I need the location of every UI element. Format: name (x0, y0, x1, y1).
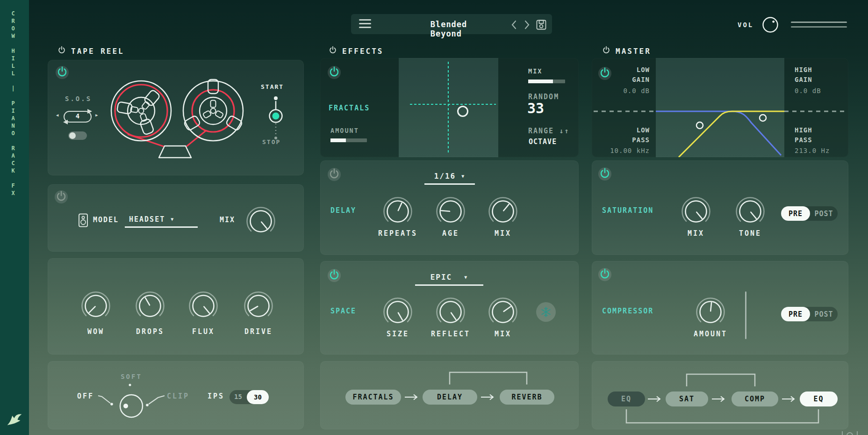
chain-item-fractals[interactable]: FRACTALS (345, 390, 401, 405)
compressor-pre-option[interactable]: PRE (781, 307, 810, 321)
range-arrows-icon: ↓↑ (559, 127, 569, 135)
delay-mix-label: MIX (495, 229, 511, 238)
drive-knob[interactable] (243, 290, 274, 321)
fractals-mix-label: MIX (528, 67, 542, 75)
master-chain-bottom-bracket (621, 409, 825, 424)
tape-reels-graphic (48, 60, 304, 175)
left-reel (111, 81, 171, 141)
model-label: MODEL (93, 216, 119, 224)
fractals-title: FRACTALS (329, 104, 370, 112)
fractals-range-value[interactable]: OCTAVE (529, 138, 557, 146)
preset-name[interactable]: Blended Beyond (430, 20, 467, 38)
space-mix-knob[interactable] (488, 297, 518, 327)
chain-item-delay[interactable]: DELAY (423, 390, 477, 405)
xy-pad-puck (458, 107, 468, 116)
start-label[interactable]: START (261, 83, 284, 90)
fractals-amount-slider[interactable] (330, 138, 367, 142)
fractals-random-value[interactable]: 33 (527, 100, 544, 116)
prev-preset-button[interactable] (510, 20, 518, 30)
save-icon[interactable] (536, 19, 547, 30)
space-reflect-label: REFLECT (431, 330, 470, 338)
brand-vertical-text: CROW HILL | PIANO RACK FX (10, 10, 16, 197)
effects-section-power-button[interactable] (328, 45, 338, 58)
transport-slider (270, 96, 282, 139)
model-power-button[interactable] (54, 190, 68, 206)
chain-arrow-icon (404, 393, 421, 401)
saturation-post-option[interactable]: POST (810, 210, 838, 218)
drive-label: DRIVE (244, 327, 273, 336)
saturation-tone-knob[interactable] (735, 196, 766, 227)
model-dropdown[interactable]: HEADSET▼ (129, 215, 174, 224)
compressor-power-button[interactable] (598, 268, 612, 283)
delay-age-label: AGE (442, 229, 459, 238)
space-reflect-knob[interactable] (435, 297, 466, 327)
drops-knob[interactable] (135, 290, 165, 321)
chain-item-comp[interactable]: COMP (732, 392, 778, 406)
corner-logo-mark (840, 430, 861, 435)
plugin-window: CROW HILL | PIANO RACK FX Blended Beyond… (0, 0, 868, 435)
master-section-power-button[interactable] (601, 45, 611, 58)
eq-highpass-handle (760, 115, 766, 121)
snowflake-icon (540, 306, 552, 318)
stop-label[interactable]: STOP (262, 138, 280, 145)
eq-curves-graphic[interactable] (656, 58, 784, 157)
model-dropdown-underline (125, 226, 198, 228)
model-mix-knob[interactable] (245, 206, 276, 237)
flux-knob[interactable] (188, 290, 219, 321)
fx-chain-bracket (444, 371, 533, 385)
delay-power-button[interactable] (327, 167, 341, 183)
freeze-button[interactable] (536, 302, 556, 322)
delay-dropdown-underline (424, 183, 475, 185)
chain-arrow-icon (781, 395, 798, 403)
fractals-range-label: RANGE ↓↑ (528, 127, 569, 135)
master-chain-top-bracket (681, 373, 761, 387)
chain-item-sat[interactable]: SAT (666, 392, 708, 406)
chain-item-reverb[interactable]: REVERB (500, 390, 554, 405)
volume-knob[interactable] (762, 16, 779, 33)
space-dropdown-underline (415, 284, 483, 286)
chain-item-eq-last[interactable]: EQ (800, 392, 838, 406)
dropdown-caret-icon: ▼ (464, 275, 468, 280)
master-section-title: MASTER (616, 47, 651, 56)
compressor-amount-label: AMOUNT (694, 330, 727, 338)
space-preset-dropdown[interactable]: EPIC▼ (430, 273, 468, 282)
speaker-icon (78, 213, 88, 227)
fractals-power-button[interactable] (327, 65, 341, 81)
fractals-mix-slider[interactable] (528, 80, 565, 83)
saturation-mix-knob[interactable] (681, 196, 711, 227)
delay-repeats-label: REPEATS (378, 229, 417, 238)
ips-30-option[interactable]: 30 (247, 390, 269, 404)
saturation-pre-option[interactable]: PRE (781, 206, 810, 221)
delay-mix-knob[interactable] (488, 196, 518, 227)
space-size-label: SIZE (387, 330, 409, 338)
tape-section-power-button[interactable] (57, 45, 67, 58)
saturation-power-button[interactable] (598, 167, 612, 183)
wow-knob[interactable] (80, 290, 111, 321)
ips-toggle[interactable]: 15 30 (230, 390, 269, 404)
delay-repeats-knob[interactable] (382, 196, 413, 227)
delay-sync-dropdown[interactable]: 1/16▼ (434, 172, 466, 181)
level-meter-left (791, 22, 847, 23)
dropdown-caret-icon: ▼ (461, 174, 465, 179)
saturation-tone-label: TONE (739, 229, 761, 238)
compressor-amount-knob[interactable] (695, 297, 726, 327)
compressor-post-option[interactable]: POST (810, 310, 838, 319)
menu-button[interactable] (359, 19, 371, 29)
chain-arrow-icon (480, 393, 497, 401)
chain-arrow-icon (711, 395, 728, 403)
crow-logo-icon (6, 411, 23, 428)
saturation-prepost-toggle[interactable]: PRE POST (781, 206, 838, 221)
next-preset-button[interactable] (523, 20, 531, 30)
ips-15-option[interactable]: 15 (234, 393, 242, 400)
compressor-gr-meter (745, 291, 746, 339)
space-power-button[interactable] (327, 268, 341, 284)
flux-label: FLUX (192, 327, 215, 336)
space-size-knob[interactable] (382, 297, 413, 327)
space-title: SPACE (330, 307, 356, 315)
compressor-prepost-toggle[interactable]: PRE POST (781, 307, 838, 321)
chain-arrow-icon (647, 395, 664, 403)
xy-pad-crosshair[interactable] (399, 58, 498, 157)
chain-item-eq-first[interactable]: EQ (608, 392, 645, 406)
delay-age-knob[interactable] (435, 196, 466, 227)
tape-section-title: TAPE REEL (71, 47, 124, 56)
